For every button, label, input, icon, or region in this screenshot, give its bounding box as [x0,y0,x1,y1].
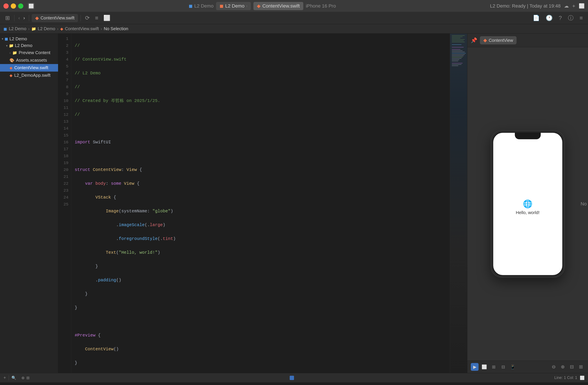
zoom-in-btn[interactable]: ⊕ [559,363,567,370]
back-arrow-icon[interactable]: ‹ [17,15,21,22]
sidebar-item-l2demo-folder[interactable]: ▾ 📁 L2 Demo [0,42,58,49]
preview-device-btn[interactable]: 📱 [509,363,517,371]
sidebar-toggle-icon[interactable]: ⬜ [28,2,35,9]
forward-arrow-icon[interactable]: › [22,15,26,22]
breadcrumb-sep-3: › [101,26,102,31]
filter-icon: 🔍 [11,376,16,380]
app-title: L2 Demo [194,3,213,9]
refresh-icon[interactable]: ⟳ [83,14,91,22]
device-selector[interactable]: iPhone 16 Pro [306,3,336,9]
ln-19: 19 [60,159,68,166]
code-line-6: // [75,111,446,118]
breadcrumb-item-1[interactable]: L2 Demo [9,26,26,31]
content-view-button[interactable]: ◆ ContentView [480,36,517,44]
add-tab-icon[interactable]: + [572,3,575,9]
sidebar-label-l2demoapp: L2_DemoApp.swift [14,73,50,78]
main-area: ▾ ◼ L2 Demo ▾ 📁 L2 Demo › 📁 Preview Cont… [0,34,588,373]
svg-rect-10 [452,52,465,52]
grid-status-icon[interactable]: ⊞ [26,376,30,380]
breadcrumb: ◼ L2 Demo › 📁 L2 Demo › ◆ ContentView.sw… [0,24,588,34]
toolbar-separator-2 [29,15,29,21]
preview-inspect-btn[interactable]: ⬜ [480,363,488,371]
tab-label-l2demo: L2 Demo [225,3,244,9]
sidebar-item-l2demoapp[interactable]: ◆ L2_DemoApp.swift [0,72,58,79]
sidebar-app-icon: ◼ [4,36,8,41]
code-line-20: } [75,304,446,311]
pin-icon[interactable]: 📌 [471,37,477,43]
svg-rect-3 [452,39,465,40]
clock-icon[interactable]: 🕐 [544,14,554,22]
ln-20: 20 [60,166,68,173]
preview-toolbar: 📌 ◆ ContentView [467,34,588,47]
tab-contentview[interactable]: ◆ ContentView.swift [253,2,303,10]
sidebar-item-l2demo-root[interactable]: ▾ ◼ L2 Demo [0,35,58,42]
list-icon[interactable]: ≡ [93,14,100,22]
new-file-icon[interactable]: 📄 [531,14,541,22]
expand-icon[interactable]: ⬜ [580,376,585,380]
phone-frame: 🌐 Hello, world! [491,131,565,277]
sidebar-label-l2demo-folder: L2 Demo [15,43,32,48]
svg-rect-4 [452,40,464,41]
open-file-tab[interactable]: ◆ ContentView.swift [32,14,78,22]
breadcrumb-item-2[interactable]: L2 Demo [38,26,55,31]
layout-icon[interactable]: ⬜ [579,3,585,9]
ln-6: 6 [60,70,68,77]
swift-icon-preview: ◆ [483,38,487,43]
toolbar-left: ⊞ ‹ › ◆ ContentView.swift ⟳ ≡ ⬜ [3,14,112,22]
close-button[interactable] [3,3,9,9]
hello-text: Hello, world! [516,210,539,215]
code-line-11: var body: some View { [75,180,446,187]
ln-13: 13 [60,118,68,125]
editor-area[interactable]: 1 2 3 4 5 6 7 8 9 10 11 12 13 14 15 16 1… [58,34,467,373]
code-line-3: // L2 Demo [75,70,446,77]
swift-icon-tab: ◼ [220,3,223,9]
add-icon[interactable]: + [3,375,6,380]
zoom-actual-btn[interactable]: ⊞ [577,363,585,370]
svg-rect-11 [452,53,466,54]
toolbar: ⊞ ‹ › ◆ ContentView.swift ⟳ ≡ ⬜ 📄 🕐 ? ⓘ … [0,12,588,24]
tab-label-contentview: ContentView.swift [262,3,300,9]
breadcrumb-item-3[interactable]: ContentView.swift [65,26,99,31]
preview-bottom-left: ▶ ⬜ ⊞ ⊟ 📱 [471,363,517,371]
phone-notch [515,133,541,139]
grid-view-icon[interactable]: ⊞ [3,14,12,22]
sidebar-item-preview-content[interactable]: › 📁 Preview Content [0,49,58,57]
line-numbers: 1 2 3 4 5 6 7 8 9 10 11 12 13 14 15 16 1… [58,34,71,373]
statusbar: + 🔍 ⊕ ⊞ Line: 1 Col: 1 ⬜ [0,373,588,383]
preview-play-btn[interactable]: ▶ [471,363,479,371]
ln-12: 12 [60,111,68,118]
sidebar-item-contentview[interactable]: ◆ ContentView.swift [0,64,58,72]
svg-rect-0 [452,35,465,36]
code-content[interactable]: // // ContentView.swift // L2 Demo // //… [71,34,450,373]
zoom-fit-btn[interactable]: ⊟ [568,363,575,370]
breadcrumb-sep-2: › [57,26,59,31]
collapse-icon[interactable]: ⬜ [102,14,112,22]
preview-grid-btn[interactable]: ⊞ [490,363,498,371]
breadcrumb-app-icon: ◼ [3,26,7,32]
titlebar-center: ◼ L2 Demo ◼ L2 Demo › ◆ ContentView.swif… [39,2,486,10]
preview-accessibility-btn[interactable]: ⊟ [499,363,507,371]
ln-11: 11 [60,104,68,111]
statusbar-right: Line: 1 Col: 1 ⬜ [554,376,585,380]
svg-rect-8 [452,49,461,50]
minimize-button[interactable] [11,3,16,9]
nav-arrows: ‹ › [17,15,26,22]
code-line-21 [75,318,446,325]
svg-rect-2 [452,38,461,38]
maximize-button[interactable] [18,3,23,9]
breadcrumb-item-4[interactable]: No Selection [104,26,128,31]
ln-15: 15 [60,132,68,139]
svg-rect-6 [452,44,462,45]
info-icon[interactable]: ⓘ [566,13,575,23]
toolbar-separator-1 [14,15,15,21]
help-icon[interactable]: ? [557,14,563,22]
inspector-icon[interactable]: ≡ [578,14,585,22]
status-icons: ⊕ ⊞ [21,376,30,380]
add-status-icon[interactable]: ⊕ [21,376,25,380]
code-line-17: } [75,263,446,270]
sidebar-item-assets[interactable]: 🎨 Assets.xcassets [0,57,58,64]
tab-l2demo[interactable]: ◼ L2 Demo › [216,2,251,10]
tab-chevron: › [246,4,247,8]
code-line-23: ContentView() [75,346,446,353]
zoom-out-btn[interactable]: ⊖ [550,363,557,370]
